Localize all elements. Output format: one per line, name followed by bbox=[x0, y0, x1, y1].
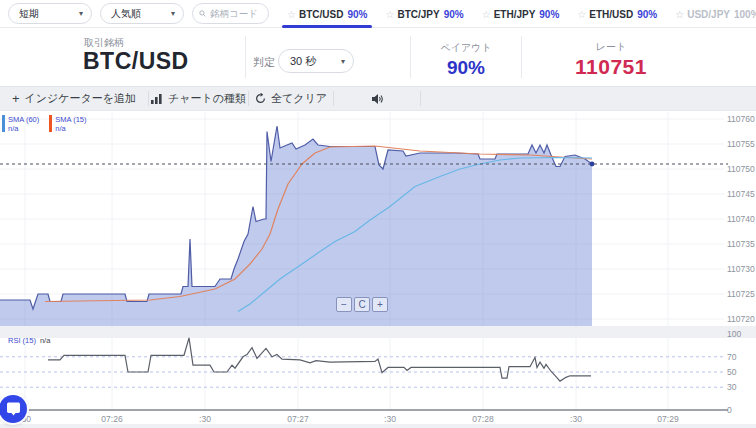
rsi-value: n/a bbox=[40, 336, 50, 345]
legend-sma15[interactable]: SMA (15) n/a bbox=[49, 115, 86, 133]
svg-text:110750: 110750 bbox=[727, 164, 755, 174]
bottom-strip bbox=[0, 424, 756, 428]
svg-text:07:27: 07:27 bbox=[287, 414, 309, 424]
svg-text:110760: 110760 bbox=[727, 114, 755, 124]
svg-text:70: 70 bbox=[727, 352, 737, 362]
trading-app: 短期 ▾ 人気順 ▾ ☆BTC/USD90%☆BTC/JPY90%☆ETH/JP… bbox=[0, 0, 756, 428]
rsi-legend[interactable]: RSI (15)n/a bbox=[8, 336, 50, 345]
sma60-label: SMA (60) bbox=[8, 115, 39, 124]
svg-text:07:28: 07:28 bbox=[472, 414, 494, 424]
price-chart: 1107601107551107501107451107401107351107… bbox=[0, 0, 756, 428]
chart-legend: SMA (60) n/a SMA (15) n/a bbox=[2, 115, 87, 133]
svg-text:110755: 110755 bbox=[727, 139, 755, 149]
svg-text:110745: 110745 bbox=[727, 189, 755, 199]
svg-text:100: 100 bbox=[727, 329, 741, 339]
chart-area[interactable]: 1107601107551107501107451107401107351107… bbox=[0, 112, 756, 428]
sma15-swatch bbox=[49, 115, 52, 132]
svg-text::30: :30 bbox=[199, 414, 211, 424]
svg-text:07:29: 07:29 bbox=[657, 414, 679, 424]
zoom-out-button[interactable]: − bbox=[336, 297, 352, 312]
zoom-in-button[interactable]: + bbox=[372, 297, 388, 312]
svg-text:30: 30 bbox=[727, 382, 737, 392]
legend-sma60[interactable]: SMA (60) n/a bbox=[2, 115, 39, 133]
zoom-reset-button[interactable]: C bbox=[354, 297, 370, 312]
sma60-swatch bbox=[2, 115, 5, 132]
svg-text::30: :30 bbox=[384, 414, 396, 424]
svg-text:110720: 110720 bbox=[727, 314, 755, 324]
svg-text::30: :30 bbox=[570, 414, 582, 424]
svg-text:07:26: 07:26 bbox=[101, 414, 123, 424]
svg-text:110730: 110730 bbox=[727, 264, 755, 274]
svg-text:110725: 110725 bbox=[727, 289, 755, 299]
chat-icon bbox=[6, 402, 21, 416]
svg-text:110735: 110735 bbox=[727, 239, 755, 249]
sma15-value: n/a bbox=[55, 124, 86, 133]
sma15-label: SMA (15) bbox=[55, 115, 86, 124]
sma60-value: n/a bbox=[8, 124, 39, 133]
zoom-controls: − C + bbox=[336, 297, 388, 312]
chat-widget-button[interactable] bbox=[0, 395, 27, 423]
svg-text:50: 50 bbox=[727, 367, 737, 377]
svg-text:0: 0 bbox=[727, 405, 732, 415]
svg-text:110740: 110740 bbox=[727, 214, 755, 224]
rsi-label: RSI (15) bbox=[8, 336, 36, 345]
